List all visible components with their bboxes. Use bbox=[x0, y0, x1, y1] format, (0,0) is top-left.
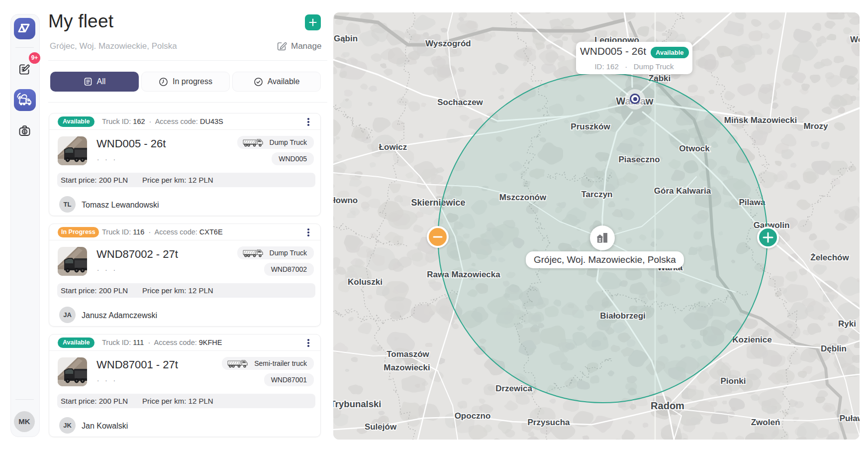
svg-text:Zwoleń: Zwoleń bbox=[751, 418, 780, 427]
svg-text:Ząbki: Ząbki bbox=[649, 74, 671, 83]
svg-text:Pruszków: Pruszków bbox=[571, 122, 610, 131]
svg-text:Mińsk Mazowiecki: Mińsk Mazowiecki bbox=[724, 115, 797, 125]
svg-text:Rawa Mazowiecka: Rawa Mazowiecka bbox=[427, 270, 500, 279]
svg-text:Tarczyn: Tarczyn bbox=[581, 190, 613, 199]
svg-text:Mszczonów: Mszczonów bbox=[499, 193, 547, 202]
svg-text:Koluszki: Koluszki bbox=[348, 277, 383, 287]
svg-text:Sochaczew: Sochaczew bbox=[437, 98, 483, 107]
svg-text:Góra Kalwaria: Góra Kalwaria bbox=[654, 186, 711, 196]
svg-text:Pilawa: Pilawa bbox=[739, 198, 766, 207]
svg-text:Węgrów: Węgrów bbox=[850, 35, 860, 44]
svg-text:Radom: Radom bbox=[651, 400, 684, 411]
svg-text:Piaseczno: Piaseczno bbox=[618, 155, 660, 164]
svg-text:Białobrzegi: Białobrzegi bbox=[600, 311, 646, 321]
svg-text:Głowno: Głowno bbox=[333, 196, 358, 205]
svg-text:Przysucha: Przysucha bbox=[527, 418, 570, 427]
svg-text:Drzewica: Drzewica bbox=[495, 384, 532, 393]
svg-text:Mazowiecki: Mazowiecki bbox=[384, 363, 430, 372]
svg-text:Otwock: Otwock bbox=[679, 144, 710, 153]
svg-text:Pionki: Pionki bbox=[720, 376, 746, 386]
svg-text:Wyszogród: Wyszogród bbox=[425, 39, 471, 48]
svg-text:Mrozy: Mrozy bbox=[803, 121, 828, 131]
svg-text:Żelechów: Żelechów bbox=[810, 253, 849, 262]
svg-text:Ryki: Ryki bbox=[838, 319, 856, 329]
svg-text:Trybunalski: Trybunalski bbox=[333, 399, 381, 409]
svg-text:Puławy: Puławy bbox=[840, 414, 860, 423]
svg-text:Gąbin: Gąbin bbox=[334, 34, 358, 43]
svg-text:Skierniewice: Skierniewice bbox=[411, 198, 465, 208]
svg-text:Dęblin: Dęblin bbox=[821, 344, 847, 353]
svg-text:Kozienice: Kozienice bbox=[732, 335, 772, 344]
svg-text:Opoczno: Opoczno bbox=[455, 411, 491, 421]
svg-text:Tomaszów: Tomaszów bbox=[386, 349, 429, 359]
svg-text:Sulejów: Sulejów bbox=[365, 422, 397, 432]
svg-text:Łowicz: Łowicz bbox=[379, 142, 407, 152]
